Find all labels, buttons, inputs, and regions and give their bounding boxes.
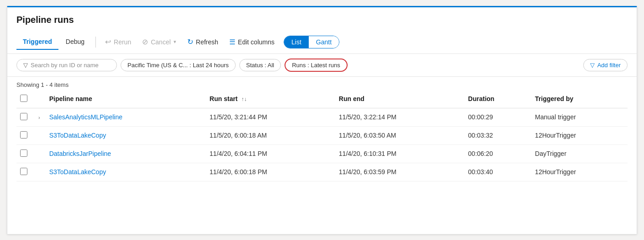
table-row: S3ToDataLakeCopy11/4/20, 6:00:18 PM11/4/… (16, 163, 628, 181)
triggered-by-cell: 12HourTrigger (531, 126, 628, 144)
run-end-cell: 11/4/20, 6:03:59 PM (335, 163, 465, 181)
page-title: Pipeline runs (7, 7, 637, 31)
status-filter[interactable]: Status : All (239, 59, 281, 71)
rerun-label: Rerun (114, 38, 131, 46)
duration-cell: 00:00:29 (465, 108, 532, 126)
pipeline-name-link[interactable]: S3ToDataLakeCopy (49, 132, 106, 139)
run-end-cell: 11/5/20, 6:03:50 AM (335, 126, 465, 144)
filters-row: ▽ Search by run ID or name Pacific Time … (7, 54, 637, 77)
pipeline-runs-table: Pipeline name Run start ↑↓ Run end Durat… (16, 90, 628, 181)
showing-text: Showing 1 - 4 items (7, 77, 637, 90)
time-filter[interactable]: Pacific Time (US & C... : Last 24 hours (121, 59, 236, 71)
table-container: Pipeline name Run start ↑↓ Run end Durat… (7, 90, 637, 191)
tab-triggered[interactable]: Triggered (16, 34, 58, 50)
rerun-button[interactable]: ↩ Rerun (100, 35, 137, 49)
tab-divider (95, 37, 96, 48)
cancel-button[interactable]: ⊘ Cancel ▾ (137, 35, 182, 49)
cancel-label: Cancel (151, 38, 171, 46)
gantt-view-button[interactable]: Gantt (309, 36, 339, 48)
table-header-row: Pipeline name Run start ↑↓ Run end Durat… (16, 90, 628, 108)
tab-debug[interactable]: Debug (59, 34, 91, 50)
duration-cell: 00:03:40 (465, 163, 532, 181)
run-end-cell: 11/4/20, 6:10:31 PM (335, 144, 465, 163)
add-filter-icon: ▽ (590, 62, 595, 69)
search-filter[interactable]: ▽ Search by run ID or name (16, 59, 117, 71)
triggered-by-cell: DayTrigger (531, 144, 628, 163)
pipeline-runs-panel: Pipeline runs Triggered Debug ↩ Rerun ⊘ … (7, 6, 637, 235)
edit-columns-button[interactable]: ☰ Edit columns (224, 35, 280, 49)
table-row: DatabricksJarPipeline11/4/20, 6:04:11 PM… (16, 144, 628, 163)
col-pipeline-name: Pipeline name (46, 90, 206, 108)
run-start-cell: 11/5/20, 3:21:44 PM (206, 108, 335, 126)
row-checkbox[interactable] (20, 113, 27, 120)
run-end-cell: 11/5/20, 3:22:14 PM (335, 108, 465, 126)
expand-button[interactable]: › (37, 114, 42, 121)
rerun-icon: ↩ (105, 37, 111, 46)
cancel-icon: ⊘ (142, 37, 148, 46)
run-start-cell: 11/5/20, 6:00:18 AM (206, 126, 335, 144)
select-all-checkbox[interactable] (20, 95, 27, 102)
col-run-end: Run end (335, 90, 465, 108)
row-checkbox[interactable] (20, 168, 27, 175)
runs-filter-label: Runs : Latest runs (292, 62, 340, 69)
row-checkbox[interactable] (20, 131, 27, 139)
run-start-cell: 11/4/20, 6:04:11 PM (206, 144, 335, 163)
table-row: S3ToDataLakeCopy11/5/20, 6:00:18 AM11/5/… (16, 126, 628, 144)
duration-cell: 00:06:20 (465, 144, 532, 163)
col-run-start[interactable]: Run start ↑↓ (206, 90, 335, 108)
table-row: ›SalesAnalyticsMLPipeline11/5/20, 3:21:4… (16, 108, 628, 126)
row-checkbox[interactable] (20, 149, 27, 157)
filter-icon: ▽ (23, 62, 28, 69)
pipeline-name-link[interactable]: DatabricksJarPipeline (49, 150, 111, 157)
col-duration: Duration (465, 90, 532, 108)
pipeline-name-link[interactable]: S3ToDataLakeCopy (49, 168, 106, 176)
sort-icon: ↑↓ (241, 96, 247, 102)
refresh-button[interactable]: ↻ Refresh (182, 35, 224, 49)
runs-filter[interactable]: Runs : Latest runs (285, 59, 348, 72)
refresh-icon: ↻ (187, 37, 193, 46)
list-view-button[interactable]: List (284, 36, 309, 48)
search-placeholder: Search by run ID or name (31, 62, 99, 69)
edit-columns-label: Edit columns (238, 38, 274, 46)
run-start-cell: 11/4/20, 6:00:18 PM (206, 163, 335, 181)
toolbar: Triggered Debug ↩ Rerun ⊘ Cancel ▾ ↻ Ref… (7, 31, 637, 54)
edit-columns-icon: ☰ (229, 38, 235, 46)
expand-col (33, 90, 46, 108)
cancel-dropdown-icon: ▾ (174, 39, 176, 45)
status-filter-label: Status : All (246, 62, 274, 69)
time-filter-label: Pacific Time (US & C... : Last 24 hours (127, 62, 229, 69)
col-triggered-by: Triggered by (531, 90, 628, 108)
add-filter-button[interactable]: ▽ Add filter (583, 59, 628, 71)
view-toggle: List Gantt (284, 36, 339, 48)
select-all-col (16, 90, 33, 108)
refresh-label: Refresh (196, 38, 218, 46)
duration-cell: 00:03:32 (465, 126, 532, 144)
table-body: ›SalesAnalyticsMLPipeline11/5/20, 3:21:4… (16, 108, 628, 181)
triggered-by-cell: 12HourTrigger (531, 163, 628, 181)
pipeline-name-link[interactable]: SalesAnalyticsMLPipeline (49, 113, 122, 121)
triggered-by-cell: Manual trigger (531, 108, 628, 126)
add-filter-label: Add filter (597, 62, 621, 69)
